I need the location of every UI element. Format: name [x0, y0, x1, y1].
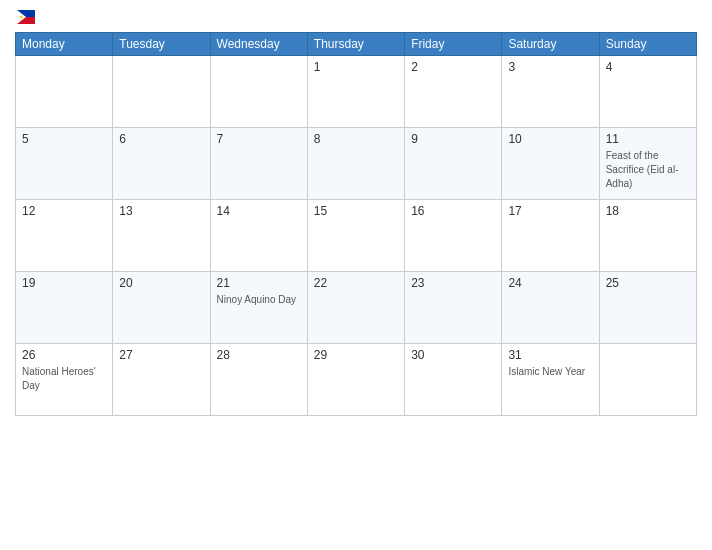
day-number: 24	[508, 276, 592, 290]
day-number: 20	[119, 276, 203, 290]
week-row-1: 1234	[16, 56, 697, 128]
calendar-cell: 11Feast of the Sacrifice (Eid al-Adha)	[599, 128, 696, 200]
day-header-sunday: Sunday	[599, 33, 696, 56]
calendar-cell: 8	[307, 128, 404, 200]
day-number: 2	[411, 60, 495, 74]
day-header-thursday: Thursday	[307, 33, 404, 56]
calendar-cell: 13	[113, 200, 210, 272]
calendar-cell: 30	[405, 344, 502, 416]
calendar-cell: 16	[405, 200, 502, 272]
calendar-cell: 22	[307, 272, 404, 344]
day-number: 30	[411, 348, 495, 362]
day-number: 27	[119, 348, 203, 362]
day-number: 21	[217, 276, 301, 290]
day-number: 6	[119, 132, 203, 146]
day-header-tuesday: Tuesday	[113, 33, 210, 56]
logo-flag-icon	[17, 10, 35, 24]
calendar-cell: 31Islamic New Year	[502, 344, 599, 416]
header	[15, 10, 697, 24]
day-number: 1	[314, 60, 398, 74]
calendar-cell: 26National Heroes' Day	[16, 344, 113, 416]
day-header-saturday: Saturday	[502, 33, 599, 56]
day-header-wednesday: Wednesday	[210, 33, 307, 56]
day-number: 10	[508, 132, 592, 146]
day-number: 28	[217, 348, 301, 362]
calendar-cell: 4	[599, 56, 696, 128]
day-number: 8	[314, 132, 398, 146]
calendar-cell: 20	[113, 272, 210, 344]
calendar-cell: 25	[599, 272, 696, 344]
day-number: 16	[411, 204, 495, 218]
calendar-cell: 17	[502, 200, 599, 272]
calendar-table: MondayTuesdayWednesdayThursdayFridaySatu…	[15, 32, 697, 416]
day-number: 15	[314, 204, 398, 218]
calendar-cell: 15	[307, 200, 404, 272]
day-number: 19	[22, 276, 106, 290]
week-row-4: 192021Ninoy Aquino Day22232425	[16, 272, 697, 344]
calendar-cell: 2	[405, 56, 502, 128]
day-header-friday: Friday	[405, 33, 502, 56]
day-headers-row: MondayTuesdayWednesdayThursdayFridaySatu…	[16, 33, 697, 56]
calendar-cell: 5	[16, 128, 113, 200]
calendar-cell: 21Ninoy Aquino Day	[210, 272, 307, 344]
calendar-cell	[113, 56, 210, 128]
calendar-cell: 28	[210, 344, 307, 416]
day-header-monday: Monday	[16, 33, 113, 56]
day-number: 4	[606, 60, 690, 74]
calendar-cell: 7	[210, 128, 307, 200]
calendar-cell: 24	[502, 272, 599, 344]
calendar-cell: 6	[113, 128, 210, 200]
holiday-name: Islamic New Year	[508, 366, 585, 377]
calendar-cell	[16, 56, 113, 128]
calendar-page: MondayTuesdayWednesdayThursdayFridaySatu…	[0, 0, 712, 550]
day-number: 22	[314, 276, 398, 290]
calendar-cell: 12	[16, 200, 113, 272]
week-row-5: 26National Heroes' Day2728293031Islamic …	[16, 344, 697, 416]
week-row-3: 12131415161718	[16, 200, 697, 272]
day-number: 23	[411, 276, 495, 290]
week-row-2: 567891011Feast of the Sacrifice (Eid al-…	[16, 128, 697, 200]
day-number: 12	[22, 204, 106, 218]
day-number: 9	[411, 132, 495, 146]
day-number: 13	[119, 204, 203, 218]
holiday-name: Feast of the Sacrifice (Eid al-Adha)	[606, 150, 679, 189]
holiday-name: National Heroes' Day	[22, 366, 96, 391]
day-number: 11	[606, 132, 690, 146]
calendar-cell: 18	[599, 200, 696, 272]
calendar-cell: 9	[405, 128, 502, 200]
holiday-name: Ninoy Aquino Day	[217, 294, 297, 305]
day-number: 31	[508, 348, 592, 362]
day-number: 25	[606, 276, 690, 290]
calendar-cell: 27	[113, 344, 210, 416]
calendar-cell: 1	[307, 56, 404, 128]
calendar-cell: 10	[502, 128, 599, 200]
logo	[15, 10, 35, 24]
day-number: 7	[217, 132, 301, 146]
svg-point-3	[20, 16, 23, 19]
calendar-cell	[210, 56, 307, 128]
calendar-cell: 19	[16, 272, 113, 344]
day-number: 26	[22, 348, 106, 362]
day-number: 14	[217, 204, 301, 218]
calendar-cell: 23	[405, 272, 502, 344]
day-number: 29	[314, 348, 398, 362]
calendar-cell	[599, 344, 696, 416]
day-number: 18	[606, 204, 690, 218]
calendar-cell: 3	[502, 56, 599, 128]
calendar-cell: 14	[210, 200, 307, 272]
day-number: 3	[508, 60, 592, 74]
day-number: 5	[22, 132, 106, 146]
calendar-cell: 29	[307, 344, 404, 416]
day-number: 17	[508, 204, 592, 218]
